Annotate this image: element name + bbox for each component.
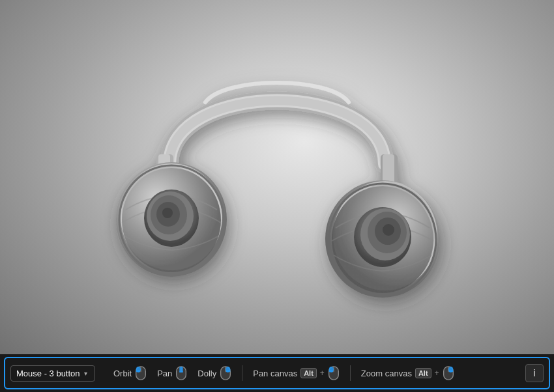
orbit-label: Orbit — [113, 369, 132, 378]
pan-canvas-control: Pan canvas Alt + — [248, 366, 345, 380]
dolly-control: Dolly — [192, 366, 237, 380]
zoom-canvas-alt-key: Alt — [415, 368, 431, 378]
svg-rect-31 — [180, 371, 184, 372]
orbit-control: Orbit — [108, 366, 152, 380]
dolly-label: Dolly — [197, 369, 216, 378]
toolbar: Mouse - 3 button ▾ Orbit Pan Dolly — [4, 357, 550, 389]
chevron-down-icon: ▾ — [84, 370, 87, 377]
svg-rect-39 — [329, 370, 333, 372]
mouse-button-dropdown[interactable]: Mouse - 3 button ▾ — [10, 365, 95, 382]
svg-rect-27 — [136, 370, 140, 372]
pan-canvas-plus: + — [320, 369, 325, 378]
svg-rect-35 — [226, 370, 230, 372]
zoom-canvas-control: Zoom canvas Alt + — [356, 366, 459, 380]
info-button[interactable]: i — [525, 364, 544, 382]
pan-mouse-icon — [175, 366, 187, 380]
info-icon: i — [533, 368, 536, 378]
headphones-model — [0, 0, 554, 354]
pan-canvas-alt-key: Alt — [300, 368, 317, 378]
mouse-button-label: Mouse - 3 button — [16, 369, 80, 378]
svg-rect-43 — [448, 370, 452, 372]
zoom-canvas-plus: + — [435, 369, 439, 378]
svg-point-23 — [383, 224, 394, 236]
pan-control: Pan — [152, 366, 192, 380]
orbit-mouse-icon — [135, 366, 147, 380]
dolly-mouse-icon — [220, 366, 231, 380]
svg-point-13 — [162, 208, 173, 218]
pan-canvas-label: Pan canvas — [253, 369, 297, 378]
pan-canvas-mouse-icon — [328, 366, 340, 380]
3d-viewport[interactable] — [0, 0, 554, 354]
zoom-canvas-mouse-icon — [443, 366, 454, 380]
separator-2 — [350, 365, 351, 381]
pan-label: Pan — [157, 369, 172, 378]
zoom-canvas-label: Zoom canvas — [361, 369, 412, 378]
separator-1 — [242, 365, 242, 381]
